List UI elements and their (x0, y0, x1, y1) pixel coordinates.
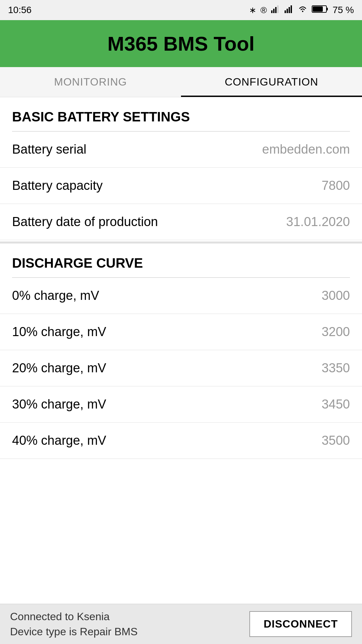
40pct-charge-label: 40% charge, mV (12, 433, 106, 448)
connection-status-line1: Connected to Ksenia (10, 609, 138, 624)
setting-row-10pct[interactable]: 10% charge, mV 3200 (0, 314, 362, 350)
connection-status-line2: Device type is Repair BMS (10, 624, 138, 639)
battery-serial-label: Battery serial (12, 142, 86, 157)
svg-rect-0 (271, 10, 273, 13)
app-header: M365 BMS Tool (0, 20, 362, 67)
basic-battery-settings-title: BASIC BATTERY SETTINGS (12, 109, 190, 124)
30pct-charge-label: 30% charge, mV (12, 397, 106, 412)
svg-point-8 (302, 11, 303, 12)
tab-bar: MONITORING CONFIGURATION (0, 67, 362, 97)
setting-row-0pct[interactable]: 0% charge, mV 3000 (0, 278, 362, 314)
content-area: BASIC BATTERY SETTINGS Battery serial em… (0, 97, 362, 502)
tab-configuration[interactable]: CONFIGURATION (181, 67, 362, 97)
svg-rect-11 (313, 6, 323, 12)
setting-row-20pct[interactable]: 20% charge, mV 3350 (0, 350, 362, 386)
setting-row-battery-serial[interactable]: Battery serial embedden.com (0, 131, 362, 168)
0pct-charge-label: 0% charge, mV (12, 288, 99, 303)
app-title: M365 BMS Tool (108, 32, 255, 55)
connection-status: Connected to Ksenia Device type is Repai… (10, 609, 138, 639)
discharge-curve-title: DISCHARGE CURVE (12, 256, 143, 270)
registered-icon: ® (260, 5, 267, 15)
bottom-bar: Connected to Ksenia Device type is Repai… (0, 604, 362, 644)
battery-icon (312, 5, 328, 16)
basic-battery-settings-header: BASIC BATTERY SETTINGS (0, 97, 362, 131)
svg-rect-7 (291, 5, 292, 13)
setting-row-battery-date[interactable]: Battery date of production 31.01.2020 (0, 204, 362, 240)
svg-rect-4 (285, 10, 286, 13)
status-bar-right: ∗ ® (249, 4, 354, 16)
status-time: 10:56 (8, 5, 32, 15)
setting-row-40pct[interactable]: 40% charge, mV 3500 (0, 423, 362, 459)
battery-serial-value: embedden.com (262, 142, 350, 157)
battery-capacity-value: 7800 (321, 178, 350, 193)
svg-rect-5 (287, 9, 288, 13)
30pct-charge-value: 3450 (321, 397, 350, 412)
svg-rect-1 (273, 9, 275, 13)
battery-percent: 75 % (333, 5, 354, 15)
battery-date-value: 31.01.2020 (286, 215, 350, 229)
status-bar: 10:56 ∗ ® (0, 0, 362, 20)
tab-monitoring[interactable]: MONITORING (0, 67, 181, 97)
battery-capacity-label: Battery capacity (12, 178, 103, 193)
signal1-icon (271, 4, 280, 16)
setting-row-30pct[interactable]: 30% charge, mV 3450 (0, 386, 362, 423)
0pct-charge-value: 3000 (321, 288, 350, 303)
discharge-curve-header: DISCHARGE CURVE (0, 244, 362, 277)
signal2-icon (284, 4, 294, 16)
svg-rect-10 (326, 8, 328, 10)
svg-rect-2 (275, 7, 277, 13)
40pct-charge-value: 3500 (321, 433, 350, 448)
svg-rect-3 (277, 5, 279, 13)
battery-date-label: Battery date of production (12, 215, 158, 229)
10pct-charge-value: 3200 (321, 325, 350, 339)
setting-row-battery-capacity[interactable]: Battery capacity 7800 (0, 168, 362, 204)
10pct-charge-label: 10% charge, mV (12, 325, 106, 339)
20pct-charge-value: 3350 (321, 361, 350, 375)
wifi-icon (298, 5, 308, 15)
svg-rect-6 (289, 7, 290, 13)
bluetooth-icon: ∗ (249, 5, 256, 15)
20pct-charge-label: 20% charge, mV (12, 361, 106, 375)
disconnect-button[interactable]: DISCONNECT (249, 611, 352, 637)
